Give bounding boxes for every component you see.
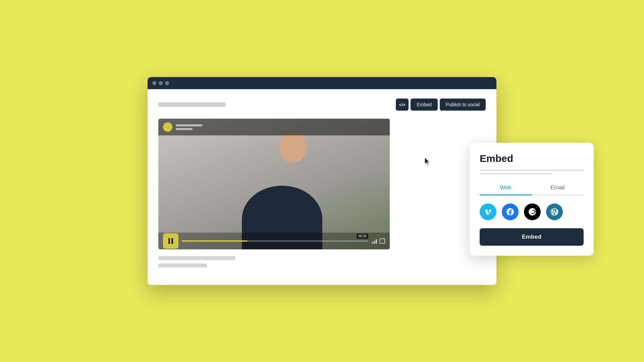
video-logo xyxy=(163,122,172,132)
signal-bar-3 xyxy=(376,239,377,244)
video-controls-right xyxy=(372,238,385,244)
video-title-bar-1 xyxy=(176,124,203,126)
placeholder-line-2 xyxy=(158,263,207,267)
top-bar: </> Embed Publish to social xyxy=(158,99,486,111)
video-header-bar xyxy=(158,119,390,135)
platform-icons xyxy=(480,203,584,220)
pause-icon xyxy=(168,238,173,244)
facebook-icon[interactable] xyxy=(502,203,519,220)
embed-tabs: Web Email xyxy=(480,181,584,195)
time-badge: 06:50 xyxy=(357,234,368,239)
signal-icon xyxy=(372,238,377,244)
pause-button[interactable] xyxy=(163,233,178,249)
embed-popup: Embed Web Email xyxy=(470,143,594,256)
signal-bar-2 xyxy=(374,241,375,244)
video-title-bars xyxy=(176,124,203,130)
browser-titlebar xyxy=(148,77,496,89)
publish-social-button[interactable]: Publish to social xyxy=(440,99,486,111)
video-controls: 06:50 xyxy=(158,233,390,249)
vimeo-icon[interactable] xyxy=(480,203,496,220)
embed-divider-full xyxy=(480,170,584,171)
embed-header-button[interactable]: Embed xyxy=(411,99,437,111)
pause-bar-right xyxy=(171,238,173,244)
pause-bar-left xyxy=(168,238,170,244)
browser-content: </> Embed Publish to social xyxy=(148,89,496,285)
video-player: 06:50 xyxy=(158,119,390,249)
mouse-cursor xyxy=(423,157,433,168)
code-button[interactable]: </> xyxy=(396,99,409,111)
browser-dot-green xyxy=(165,81,169,85)
bottom-placeholders xyxy=(158,256,486,267)
embed-popup-title: Embed xyxy=(480,153,584,164)
tab-email[interactable]: Email xyxy=(532,181,584,195)
top-bar-buttons: </> Embed Publish to social xyxy=(396,99,486,111)
video-title-bar-2 xyxy=(176,128,193,130)
browser-dot-red xyxy=(152,81,156,85)
top-bar-placeholder xyxy=(158,102,225,107)
progress-fill xyxy=(182,240,247,242)
placeholder-line-1 xyxy=(158,256,235,260)
embed-action-button[interactable]: Embed xyxy=(480,228,584,246)
browser-dot-yellow xyxy=(159,81,163,85)
video-background xyxy=(158,119,390,249)
squarespace-icon[interactable] xyxy=(524,203,541,220)
tab-web[interactable]: Web xyxy=(480,181,532,195)
embed-divider-group xyxy=(480,170,584,174)
fullscreen-icon[interactable] xyxy=(380,238,385,244)
progress-bar[interactable]: 06:50 xyxy=(182,240,368,242)
browser-window: </> Embed Publish to social xyxy=(148,77,496,285)
signal-bar-1 xyxy=(372,242,373,244)
wordpress-icon[interactable] xyxy=(546,203,563,220)
embed-divider-short xyxy=(480,173,552,174)
